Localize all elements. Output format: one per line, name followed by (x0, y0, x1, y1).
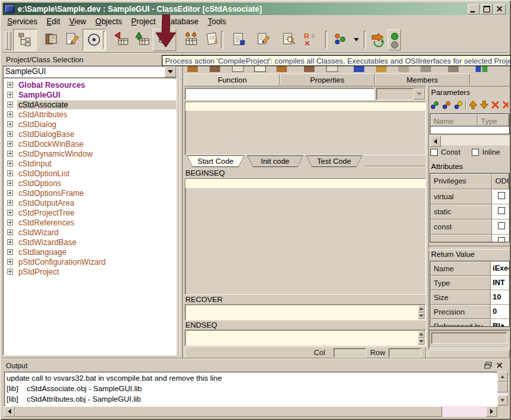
tree-item[interactable]: Global Resources (3, 80, 176, 90)
edit-source-button[interactable] (62, 29, 84, 50)
endseq-code-field[interactable] (185, 330, 426, 346)
const-attr-checkbox[interactable] (498, 222, 505, 229)
tree-item[interactable]: cStdOptions (3, 178, 176, 188)
tree-item[interactable]: cStdOptionsFrame (3, 188, 176, 198)
run-options-dropdown-button[interactable] (352, 29, 361, 50)
parameters-grid[interactable] (430, 126, 510, 134)
recover-code-field[interactable] (185, 304, 426, 320)
expand-icon[interactable] (7, 121, 13, 127)
scroll-left-icon[interactable] (4, 406, 15, 417)
code-tab-init[interactable]: Init code (247, 155, 303, 167)
titlebar[interactable]: e:\Sample\Sample.dev : SampleGUI - Class… (3, 3, 508, 15)
scroll-up-icon[interactable] (418, 305, 425, 313)
expand-icon[interactable] (7, 161, 13, 166)
expand-icon[interactable] (7, 111, 13, 117)
return-name-value[interactable]: iExec (491, 261, 509, 276)
app-icon[interactable] (5, 5, 14, 13)
scroll-down-icon[interactable] (497, 395, 508, 406)
tree-item[interactable]: cStdWizard (3, 227, 176, 237)
expand-icon[interactable] (7, 131, 13, 137)
function-filter-dropdown[interactable] (413, 88, 425, 100)
return-size-value[interactable]: 10 (491, 290, 509, 305)
code-tab-test[interactable]: Test Code (306, 155, 362, 167)
documentation-button[interactable] (41, 29, 63, 50)
parameters-hscrollbar[interactable] (430, 136, 510, 145)
compile-all-button[interactable] (180, 29, 202, 50)
delete-parameter-icon[interactable] (491, 100, 500, 109)
add-parameter-icon[interactable] (430, 100, 440, 110)
scroll-down-icon[interactable] (418, 313, 425, 320)
inline-option[interactable]: Inline (472, 148, 501, 156)
const-option[interactable]: Const (430, 148, 461, 156)
output-hscrollbar[interactable] (4, 406, 497, 417)
tree-item[interactable]: pStdConfigurationWizard (3, 257, 176, 267)
return-type-value[interactable]: INT (491, 276, 509, 290)
compile-back-button[interactable] (111, 29, 133, 50)
expand-icon[interactable] (7, 210, 13, 216)
inline-checkbox[interactable] (472, 149, 479, 156)
function-name-input[interactable] (185, 88, 375, 100)
field-scrollbar[interactable] (418, 331, 425, 345)
scrollbar-thumb[interactable] (497, 382, 508, 392)
expand-icon[interactable] (7, 200, 13, 206)
virtual-checkbox[interactable] (498, 192, 505, 199)
menu-item-edit[interactable]: Edit (42, 17, 65, 26)
minimize-button[interactable] (468, 4, 480, 14)
tree-item[interactable]: SampleGUI (3, 90, 176, 100)
expand-icon[interactable] (7, 229, 13, 235)
class-tree-button[interactable] (13, 29, 37, 51)
tree-item[interactable]: cStdWizardBase (3, 237, 176, 247)
tab-properties[interactable]: Properties (280, 73, 375, 85)
scroll-right-icon[interactable] (486, 406, 497, 417)
expand-icon[interactable] (7, 180, 13, 186)
document-search-button[interactable] (278, 29, 300, 50)
field-scrollbar[interactable] (418, 305, 425, 319)
delete-all-parameters-icon[interactable] (502, 100, 508, 109)
scrollbar-track[interactable] (441, 136, 510, 145)
float-panel-icon[interactable] (484, 362, 492, 369)
tree-item[interactable]: cStdOutputArea (3, 198, 176, 208)
close-button[interactable] (494, 4, 506, 14)
menu-item-services[interactable]: Services (3, 17, 42, 26)
column-header-type[interactable]: Type (478, 114, 509, 126)
static-checkbox[interactable] (498, 207, 505, 214)
expand-icon[interactable] (7, 259, 13, 265)
const-checkbox[interactable] (430, 149, 438, 156)
script-info-button[interactable]: i (201, 29, 223, 50)
output-log[interactable]: update call to vsvars32.bat in vscompile… (4, 372, 498, 407)
expand-icon[interactable] (7, 269, 13, 275)
panel-splitter[interactable] (180, 54, 183, 358)
extra-field[interactable] (431, 332, 507, 344)
tree-item[interactable]: pStdProject (3, 267, 176, 277)
code-tab-start[interactable]: Start Code (187, 155, 244, 167)
document-edit-button[interactable] (252, 29, 274, 50)
scrollbar-thumb[interactable] (15, 406, 442, 417)
menu-item-view[interactable]: View (65, 17, 91, 26)
tree-item[interactable]: cStdOptionList (3, 168, 176, 178)
scroll-left-icon[interactable] (430, 136, 441, 147)
menu-item-objects[interactable]: Objects (91, 17, 127, 26)
maximize-button[interactable] (481, 4, 493, 14)
tree-item[interactable]: cStdProjectTree (3, 208, 176, 218)
move-down-icon[interactable] (480, 100, 489, 109)
scroll-down-icon[interactable] (418, 338, 425, 345)
function-filter-combo[interactable] (376, 88, 426, 100)
attributes-header-odc[interactable]: ODC (492, 174, 509, 189)
tree-item-selected[interactable]: cStdAssociate (3, 100, 176, 109)
rebuild-button[interactable] (367, 29, 389, 50)
expand-icon[interactable] (7, 239, 13, 245)
tree-item[interactable]: cStdDialog (3, 119, 176, 129)
expand-icon[interactable] (7, 151, 13, 157)
toggle-run-state-button[interactable] (388, 29, 401, 50)
expand-icon[interactable] (7, 249, 13, 255)
class-tree[interactable]: Global Resources SampleGUI cStdAssociate… (3, 77, 177, 356)
tab-function[interactable]: Function (185, 73, 280, 85)
move-up-icon[interactable] (468, 100, 478, 109)
expand-icon[interactable] (7, 82, 13, 88)
compile-class-button[interactable] (132, 29, 154, 50)
column-header-name[interactable]: Name (430, 114, 478, 126)
tree-item[interactable]: cStdInput (3, 159, 176, 168)
function-summary-box[interactable] (185, 102, 426, 155)
tab-members[interactable]: Members (375, 73, 470, 85)
tree-item[interactable]: cStdDialogBase (3, 129, 176, 139)
